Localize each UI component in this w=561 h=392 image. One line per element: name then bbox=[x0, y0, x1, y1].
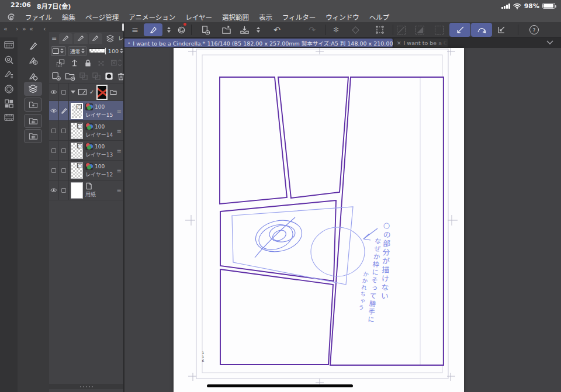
subtool-palette-icon[interactable] bbox=[4, 70, 14, 79]
second-document-tab[interactable]: ✕ I want to be a Ci bbox=[394, 39, 448, 47]
opacity-slider[interactable] bbox=[89, 48, 106, 53]
layer-row-12[interactable]: ◯ 100 レイヤー12 ≡ bbox=[49, 161, 123, 181]
tab-layers-icon[interactable] bbox=[103, 33, 117, 44]
layer-row-13[interactable]: ◯ 100 レイヤー13 ≡ bbox=[49, 141, 123, 161]
asset-folder-button[interactable] bbox=[24, 98, 42, 112]
tab-brush-1[interactable] bbox=[59, 33, 72, 44]
crop-frame-icon[interactable] bbox=[374, 22, 386, 37]
tab-list-chevron-icon[interactable] bbox=[546, 39, 554, 45]
tool-stepper[interactable] bbox=[165, 22, 172, 37]
row-drag-handle[interactable]: ≡ bbox=[117, 187, 122, 193]
new-folder-icon[interactable] bbox=[65, 71, 75, 81]
snap-to-ruler-button[interactable] bbox=[449, 23, 470, 37]
clip-to-layer-below-icon[interactable] bbox=[56, 59, 65, 67]
collapse-panel-icon[interactable]: ‹ bbox=[43, 25, 46, 33]
lock-transparent-pixels-icon[interactable] bbox=[97, 60, 105, 67]
snap-to-grid-icon[interactable] bbox=[496, 22, 507, 37]
open-file-icon[interactable] bbox=[220, 22, 232, 37]
command-bar-menu-icon[interactable]: ≡ bbox=[130, 22, 140, 37]
visibility-eye-icon[interactable] bbox=[49, 181, 59, 200]
delete-layer-icon[interactable] bbox=[117, 72, 125, 81]
draw-target-checkbox[interactable] bbox=[59, 161, 69, 180]
menu-file[interactable]: ファイル bbox=[25, 12, 52, 22]
tool-pen-button[interactable] bbox=[144, 23, 162, 36]
blend-mode-dropdown[interactable]: 通常 bbox=[68, 46, 87, 56]
active-document-tab[interactable]: • I want to be a Cinderella.* 116/140 (B… bbox=[124, 39, 393, 47]
decoration-tool-button[interactable] bbox=[24, 54, 42, 68]
layer-row-15[interactable]: ◯ 100 レイヤー15 ≡ bbox=[49, 101, 123, 121]
material-palette-icon[interactable] bbox=[4, 99, 14, 109]
paper-layer-row[interactable]: 用紙 ≡ bbox=[49, 181, 123, 200]
material-icon[interactable] bbox=[349, 22, 361, 37]
new-layer-icon[interactable] bbox=[51, 71, 61, 81]
menu-filter[interactable]: フィルター bbox=[282, 12, 316, 22]
draw-target-checkbox[interactable] bbox=[59, 121, 69, 140]
new-page-icon[interactable] bbox=[199, 22, 211, 37]
clip-studio-logo-icon[interactable] bbox=[6, 13, 16, 22]
tab-brush-3[interactable] bbox=[89, 33, 102, 44]
selection-border-icon[interactable] bbox=[433, 22, 445, 37]
enable-mask-icon[interactable] bbox=[110, 59, 122, 67]
canvas-area[interactable]: ○の部分が描けない なぜか枠にそって勝手に かかれちゃう 116 bbox=[124, 48, 561, 392]
menu-page-manage[interactable]: ページ管理 bbox=[85, 12, 119, 22]
row-drag-handle[interactable]: ≡ bbox=[117, 147, 122, 154]
layer-thumbnail[interactable]: ◯ bbox=[71, 162, 83, 179]
menu-help[interactable]: ヘルプ bbox=[369, 12, 390, 22]
menu-view[interactable]: 表示 bbox=[259, 12, 272, 22]
visibility-eye-icon[interactable] bbox=[49, 101, 59, 120]
draw-target-checkbox[interactable] bbox=[59, 141, 69, 160]
layer-palette-button[interactable] bbox=[24, 82, 42, 96]
deselect-icon[interactable] bbox=[395, 22, 407, 37]
transfer-to-lower-icon[interactable] bbox=[79, 72, 88, 81]
help-icon[interactable]: ? bbox=[528, 22, 540, 37]
frame-folder-row[interactable]: ✓ bbox=[49, 84, 123, 101]
invert-selection-icon[interactable] bbox=[414, 22, 425, 37]
navigator-palette-icon[interactable] bbox=[4, 55, 14, 65]
palette-resize-handle[interactable] bbox=[49, 384, 123, 389]
tab-brush-2[interactable] bbox=[74, 33, 87, 44]
palette-color-selector[interactable] bbox=[51, 46, 66, 56]
export-icon[interactable] bbox=[238, 22, 250, 37]
workspace-folder2-button[interactable] bbox=[24, 129, 42, 143]
manga-page[interactable] bbox=[174, 48, 464, 392]
lock-layer-icon[interactable] bbox=[84, 59, 92, 67]
collapse-icon[interactable]: « bbox=[29, 25, 33, 33]
opacity-stepper[interactable] bbox=[120, 48, 123, 53]
draw-target-checkbox[interactable] bbox=[59, 84, 69, 100]
collapse-left-icon[interactable]: « bbox=[4, 25, 8, 33]
expand-all-icon[interactable]: » bbox=[22, 25, 26, 33]
draw-target-checkbox[interactable] bbox=[59, 181, 69, 200]
folder-collapse-chevron[interactable] bbox=[71, 91, 75, 93]
row-drag-handle[interactable]: ≡ bbox=[117, 107, 122, 114]
frame-folder-thumbnail[interactable] bbox=[96, 85, 108, 100]
tool-palette-icon[interactable] bbox=[4, 40, 14, 50]
menu-window[interactable]: ウィンドウ bbox=[325, 12, 359, 22]
menu-edit[interactable]: 編集 bbox=[62, 12, 75, 22]
workspace-folder-button[interactable] bbox=[24, 114, 42, 128]
visibility-checkbox[interactable] bbox=[49, 161, 59, 180]
editing-pen-icon[interactable] bbox=[59, 101, 69, 120]
timeline-palette-icon[interactable] bbox=[4, 113, 14, 123]
close-tab2-icon[interactable]: ✕ bbox=[397, 40, 401, 46]
palette-menu-icon[interactable]: ≡ bbox=[51, 34, 57, 42]
visibility-checkbox[interactable] bbox=[49, 121, 59, 140]
visibility-eye-icon[interactable] bbox=[49, 84, 59, 100]
snap-to-special-ruler-button[interactable] bbox=[471, 23, 492, 37]
merge-to-lower-icon[interactable] bbox=[92, 72, 101, 81]
menu-selection[interactable]: 選択範囲 bbox=[222, 12, 249, 22]
layer-thumbnail[interactable]: ◯ bbox=[71, 143, 83, 159]
redo-icon[interactable]: ↷ bbox=[306, 22, 318, 37]
row-drag-handle[interactable]: ≡ bbox=[117, 167, 122, 174]
menu-layer[interactable]: レイヤー bbox=[185, 12, 212, 22]
layer-thumbnail[interactable]: ◯ bbox=[71, 103, 83, 119]
clip-studio-app-icon[interactable] bbox=[176, 22, 186, 37]
create-mask-icon[interactable] bbox=[105, 72, 113, 81]
color-palette-icon[interactable] bbox=[4, 84, 14, 94]
paper-thumbnail[interactable] bbox=[71, 182, 83, 199]
layer-row-14[interactable]: ◯ 100 レイヤー14 ≡ bbox=[49, 121, 123, 141]
undo-icon[interactable]: ↶ bbox=[271, 22, 283, 37]
layer-thumbnail[interactable]: ◯ bbox=[71, 123, 83, 139]
row-drag-handle[interactable]: ≡ bbox=[117, 127, 122, 134]
visibility-checkbox[interactable] bbox=[49, 141, 59, 160]
draft-layer-icon[interactable] bbox=[70, 59, 79, 67]
